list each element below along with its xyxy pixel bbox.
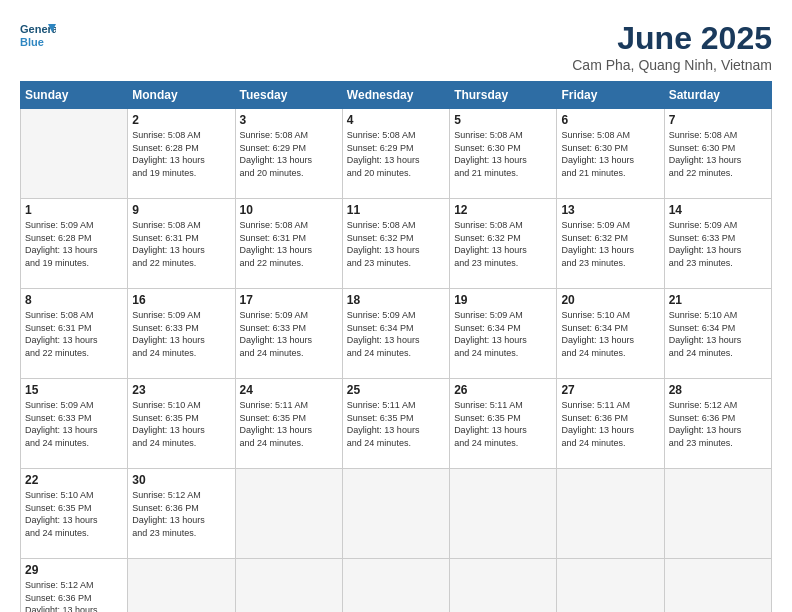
day-info: Sunrise: 5:08 AM Sunset: 6:31 PM Dayligh… [132,219,230,269]
day-number: 22 [25,473,123,487]
calendar-cell [450,469,557,559]
day-info: Sunrise: 5:09 AM Sunset: 6:33 PM Dayligh… [669,219,767,269]
calendar-cell [128,559,235,613]
day-info: Sunrise: 5:11 AM Sunset: 6:35 PM Dayligh… [347,399,445,449]
calendar-cell: 18Sunrise: 5:09 AM Sunset: 6:34 PM Dayli… [342,289,449,379]
day-info: Sunrise: 5:09 AM Sunset: 6:33 PM Dayligh… [25,399,123,449]
page-header: General Blue June 2025 Cam Pha, Quang Ni… [20,20,772,73]
day-number: 27 [561,383,659,397]
day-info: Sunrise: 5:10 AM Sunset: 6:35 PM Dayligh… [25,489,123,539]
calendar-cell: 5Sunrise: 5:08 AM Sunset: 6:30 PM Daylig… [450,109,557,199]
calendar-cell [21,109,128,199]
calendar-cell [235,469,342,559]
calendar-cell: 3Sunrise: 5:08 AM Sunset: 6:29 PM Daylig… [235,109,342,199]
calendar-cell [664,469,771,559]
day-info: Sunrise: 5:09 AM Sunset: 6:28 PM Dayligh… [25,219,123,269]
day-info: Sunrise: 5:08 AM Sunset: 6:29 PM Dayligh… [347,129,445,179]
calendar-cell: 14Sunrise: 5:09 AM Sunset: 6:33 PM Dayli… [664,199,771,289]
day-info: Sunrise: 5:08 AM Sunset: 6:30 PM Dayligh… [454,129,552,179]
day-number: 13 [561,203,659,217]
weekday-header-wednesday: Wednesday [342,82,449,109]
month-year-title: June 2025 [572,20,772,57]
day-number: 6 [561,113,659,127]
day-info: Sunrise: 5:11 AM Sunset: 6:35 PM Dayligh… [240,399,338,449]
calendar-cell [450,559,557,613]
day-info: Sunrise: 5:08 AM Sunset: 6:30 PM Dayligh… [561,129,659,179]
calendar-cell: 8Sunrise: 5:08 AM Sunset: 6:31 PM Daylig… [21,289,128,379]
day-number: 2 [132,113,230,127]
day-number: 23 [132,383,230,397]
day-number: 4 [347,113,445,127]
day-info: Sunrise: 5:10 AM Sunset: 6:34 PM Dayligh… [561,309,659,359]
day-number: 29 [25,563,123,577]
day-info: Sunrise: 5:08 AM Sunset: 6:31 PM Dayligh… [240,219,338,269]
calendar-cell: 22Sunrise: 5:10 AM Sunset: 6:35 PM Dayli… [21,469,128,559]
day-number: 5 [454,113,552,127]
weekday-header-tuesday: Tuesday [235,82,342,109]
day-info: Sunrise: 5:08 AM Sunset: 6:32 PM Dayligh… [347,219,445,269]
day-number: 17 [240,293,338,307]
weekday-header-thursday: Thursday [450,82,557,109]
weekday-header-friday: Friday [557,82,664,109]
day-number: 11 [347,203,445,217]
calendar-cell: 4Sunrise: 5:08 AM Sunset: 6:29 PM Daylig… [342,109,449,199]
calendar-cell: 17Sunrise: 5:09 AM Sunset: 6:33 PM Dayli… [235,289,342,379]
day-info: Sunrise: 5:08 AM Sunset: 6:28 PM Dayligh… [132,129,230,179]
day-info: Sunrise: 5:10 AM Sunset: 6:34 PM Dayligh… [669,309,767,359]
calendar-cell: 12Sunrise: 5:08 AM Sunset: 6:32 PM Dayli… [450,199,557,289]
general-blue-logo-icon: General Blue [20,20,56,50]
calendar-cell: 13Sunrise: 5:09 AM Sunset: 6:32 PM Dayli… [557,199,664,289]
calendar-cell: 29Sunrise: 5:12 AM Sunset: 6:36 PM Dayli… [21,559,128,613]
day-info: Sunrise: 5:09 AM Sunset: 6:34 PM Dayligh… [347,309,445,359]
title-section: June 2025 Cam Pha, Quang Ninh, Vietnam [572,20,772,73]
calendar-cell [664,559,771,613]
calendar-cell: 21Sunrise: 5:10 AM Sunset: 6:34 PM Dayli… [664,289,771,379]
day-number: 26 [454,383,552,397]
day-info: Sunrise: 5:08 AM Sunset: 6:30 PM Dayligh… [669,129,767,179]
day-info: Sunrise: 5:09 AM Sunset: 6:34 PM Dayligh… [454,309,552,359]
logo: General Blue [20,20,56,50]
day-number: 21 [669,293,767,307]
day-number: 19 [454,293,552,307]
day-number: 7 [669,113,767,127]
calendar-cell: 7Sunrise: 5:08 AM Sunset: 6:30 PM Daylig… [664,109,771,199]
calendar-cell: 9Sunrise: 5:08 AM Sunset: 6:31 PM Daylig… [128,199,235,289]
calendar-cell: 25Sunrise: 5:11 AM Sunset: 6:35 PM Dayli… [342,379,449,469]
day-info: Sunrise: 5:10 AM Sunset: 6:35 PM Dayligh… [132,399,230,449]
calendar-cell: 23Sunrise: 5:10 AM Sunset: 6:35 PM Dayli… [128,379,235,469]
day-number: 14 [669,203,767,217]
day-info: Sunrise: 5:08 AM Sunset: 6:29 PM Dayligh… [240,129,338,179]
svg-text:Blue: Blue [20,36,44,48]
day-info: Sunrise: 5:08 AM Sunset: 6:31 PM Dayligh… [25,309,123,359]
day-number: 25 [347,383,445,397]
day-number: 28 [669,383,767,397]
day-info: Sunrise: 5:11 AM Sunset: 6:35 PM Dayligh… [454,399,552,449]
calendar-cell: 27Sunrise: 5:11 AM Sunset: 6:36 PM Dayli… [557,379,664,469]
day-number: 12 [454,203,552,217]
day-number: 3 [240,113,338,127]
day-info: Sunrise: 5:09 AM Sunset: 6:32 PM Dayligh… [561,219,659,269]
calendar-cell: 6Sunrise: 5:08 AM Sunset: 6:30 PM Daylig… [557,109,664,199]
day-number: 20 [561,293,659,307]
day-info: Sunrise: 5:12 AM Sunset: 6:36 PM Dayligh… [669,399,767,449]
calendar-cell: 15Sunrise: 5:09 AM Sunset: 6:33 PM Dayli… [21,379,128,469]
day-number: 1 [25,203,123,217]
calendar-cell [557,559,664,613]
calendar-cell: 10Sunrise: 5:08 AM Sunset: 6:31 PM Dayli… [235,199,342,289]
calendar-cell: 19Sunrise: 5:09 AM Sunset: 6:34 PM Dayli… [450,289,557,379]
calendar-cell [342,559,449,613]
day-number: 8 [25,293,123,307]
day-number: 15 [25,383,123,397]
day-number: 10 [240,203,338,217]
day-info: Sunrise: 5:08 AM Sunset: 6:32 PM Dayligh… [454,219,552,269]
day-info: Sunrise: 5:09 AM Sunset: 6:33 PM Dayligh… [132,309,230,359]
calendar-cell: 2Sunrise: 5:08 AM Sunset: 6:28 PM Daylig… [128,109,235,199]
day-number: 18 [347,293,445,307]
calendar-table: SundayMondayTuesdayWednesdayThursdayFrid… [20,81,772,612]
calendar-cell [235,559,342,613]
day-number: 30 [132,473,230,487]
calendar-cell: 11Sunrise: 5:08 AM Sunset: 6:32 PM Dayli… [342,199,449,289]
calendar-cell: 20Sunrise: 5:10 AM Sunset: 6:34 PM Dayli… [557,289,664,379]
calendar-cell: 24Sunrise: 5:11 AM Sunset: 6:35 PM Dayli… [235,379,342,469]
calendar-cell: 30Sunrise: 5:12 AM Sunset: 6:36 PM Dayli… [128,469,235,559]
